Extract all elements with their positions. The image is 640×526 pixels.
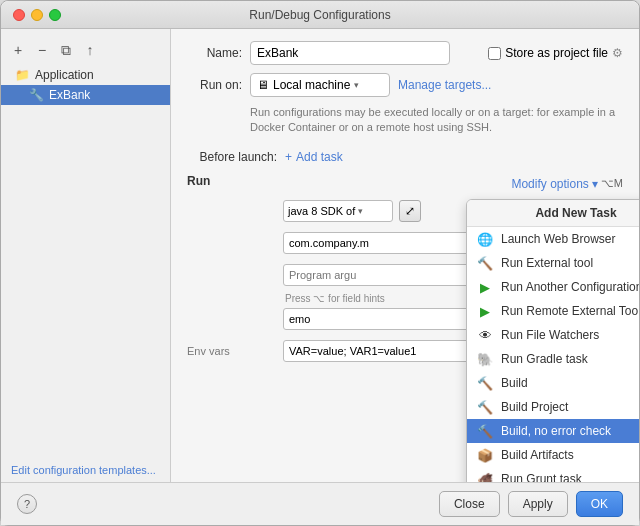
another-config-label: Run Another Configuration <box>501 280 639 294</box>
build-no-error-icon: 🔨 <box>477 423 493 439</box>
dropdown-item-another-config[interactable]: ▶ Run Another Configuration <box>467 275 639 299</box>
web-browser-icon: 🌐 <box>477 231 493 247</box>
maximize-button[interactable] <box>49 9 61 21</box>
close-button[interactable]: Close <box>439 491 500 517</box>
move-config-button[interactable]: ↑ <box>79 39 101 61</box>
build-project-icon: 🔨 <box>477 399 493 415</box>
footer: ? Close Apply OK <box>1 482 639 525</box>
chevron-icon: ▾ <box>592 177 598 191</box>
before-launch-label: Before launch: <box>187 150 277 164</box>
name-label: Name: <box>187 46 242 60</box>
remote-tool-icon: ▶ <box>477 303 493 319</box>
name-input[interactable] <box>250 41 450 65</box>
sidebar: + − ⧉ ↑ 📁 Application 🔧 ExBank Edit conf… <box>1 29 171 482</box>
build-no-error-label: Build, no error check <box>501 424 611 438</box>
minimize-button[interactable] <box>31 9 43 21</box>
modify-options-label: Modify options <box>511 177 588 191</box>
sdk-value: java 8 SDK of <box>288 205 355 217</box>
dropdown-item-file-watchers[interactable]: 👁 Run File Watchers <box>467 323 639 347</box>
dropdown-menu: Add New Task 🌐 Launch Web Browser 🔨 Run … <box>466 199 639 482</box>
sdk-chevron-icon: ▾ <box>358 206 363 216</box>
manage-targets-link[interactable]: Manage targets... <box>398 78 491 92</box>
sidebar-exbank-label: ExBank <box>49 88 90 102</box>
copy-config-button[interactable]: ⧉ <box>55 39 77 61</box>
dropdown-item-gradle[interactable]: 🐘 Run Gradle task <box>467 347 639 371</box>
external-tool-label: Run External tool <box>501 256 593 270</box>
window: Run/Debug Configurations + − ⧉ ↑ 📁 Appli… <box>0 0 640 526</box>
store-project-checkbox[interactable] <box>488 47 501 60</box>
help-button[interactable]: ? <box>17 494 37 514</box>
sidebar-toolbar: + − ⧉ ↑ <box>1 35 170 65</box>
description-text: Run configurations may be executed local… <box>250 105 623 136</box>
question-icon: ? <box>24 498 30 510</box>
file-watchers-label: Run File Watchers <box>501 328 599 342</box>
before-launch-section: Before launch: + Add task <box>187 150 623 170</box>
web-browser-label: Launch Web Browser <box>501 232 616 246</box>
expand-sdk-button[interactable]: ⤢ <box>399 200 421 222</box>
dropdown-item-grunt[interactable]: 🐗 Run Grunt task <box>467 467 639 482</box>
apply-button[interactable]: Apply <box>508 491 568 517</box>
sidebar-application-label: Application <box>35 68 94 82</box>
machine-icon: 🖥 <box>257 78 269 92</box>
build-label: Build <box>501 376 528 390</box>
dropdown-item-web-browser[interactable]: 🌐 Launch Web Browser <box>467 227 639 251</box>
run-on-value: Local machine <box>273 78 350 92</box>
another-config-icon: ▶ <box>477 279 493 295</box>
chevron-down-icon: ▾ <box>354 80 359 90</box>
sidebar-item-exbank[interactable]: 🔧 ExBank <box>1 85 170 105</box>
grunt-label: Run Grunt task <box>501 472 582 482</box>
store-project-row: Store as project file ⚙ <box>488 46 623 60</box>
plus-icon: + <box>285 150 292 164</box>
exbank-icon: 🔧 <box>29 88 44 102</box>
edit-templates-link[interactable]: Edit configuration templates... <box>1 464 170 476</box>
shortcut-text: ⌥M <box>601 177 623 190</box>
modify-options-button[interactable]: Modify options ▾ ⌥M <box>511 177 623 191</box>
build-project-label: Build Project <box>501 400 568 414</box>
build-icon: 🔨 <box>477 375 493 391</box>
build-artifacts-icon: 📦 <box>477 447 493 463</box>
window-title: Run/Debug Configurations <box>249 8 390 22</box>
store-project-label: Store as project file <box>505 46 608 60</box>
remote-tool-label: Run Remote External Tool <box>501 304 639 318</box>
ok-button[interactable]: OK <box>576 491 623 517</box>
external-tool-icon: 🔨 <box>477 255 493 271</box>
gear-icon: ⚙ <box>612 46 623 60</box>
traffic-lights <box>13 9 61 21</box>
run-on-label: Run on: <box>187 78 242 92</box>
main-content: + − ⧉ ↑ 📁 Application 🔧 ExBank Edit conf… <box>1 29 639 482</box>
dropdown-item-build-artifacts[interactable]: 📦 Build Artifacts <box>467 443 639 467</box>
gradle-icon: 🐘 <box>477 351 493 367</box>
run-title: Run <box>187 174 210 188</box>
grunt-icon: 🐗 <box>477 471 493 482</box>
dropdown-header: Add New Task <box>467 200 639 227</box>
add-task-label: Add task <box>296 150 343 164</box>
add-config-button[interactable]: + <box>7 39 29 61</box>
file-watchers-icon: 👁 <box>477 327 493 343</box>
sdk-select[interactable]: java 8 SDK of ▾ <box>283 200 393 222</box>
close-button[interactable] <box>13 9 25 21</box>
build-artifacts-label: Build Artifacts <box>501 448 574 462</box>
name-row: Name: Store as project file ⚙ <box>187 41 623 65</box>
add-task-button[interactable]: + Add task <box>285 150 343 164</box>
run-on-select[interactable]: 🖥 Local machine ▾ <box>250 73 390 97</box>
before-launch-header: Before launch: + Add task <box>187 150 623 164</box>
content-panel: Name: Store as project file ⚙ Run on: 🖥 … <box>171 29 639 482</box>
dropdown-item-build-project[interactable]: 🔨 Build Project <box>467 395 639 419</box>
remove-config-button[interactable]: − <box>31 39 53 61</box>
gradle-label: Run Gradle task <box>501 352 588 366</box>
run-on-row: Run on: 🖥 Local machine ▾ Manage targets… <box>187 73 623 97</box>
dropdown-item-remote-tool[interactable]: ▶ Run Remote External Tool <box>467 299 639 323</box>
application-icon: 📁 <box>15 68 30 82</box>
dropdown-item-build[interactable]: 🔨 Build <box>467 371 639 395</box>
sidebar-item-application[interactable]: 📁 Application <box>1 65 170 85</box>
titlebar: Run/Debug Configurations <box>1 1 639 29</box>
dropdown-item-build-no-error[interactable]: 🔨 Build, no error check <box>467 419 639 443</box>
run-section-header: Run Modify options ▾ ⌥M <box>187 174 623 194</box>
dropdown-item-external-tool[interactable]: 🔨 Run External tool <box>467 251 639 275</box>
